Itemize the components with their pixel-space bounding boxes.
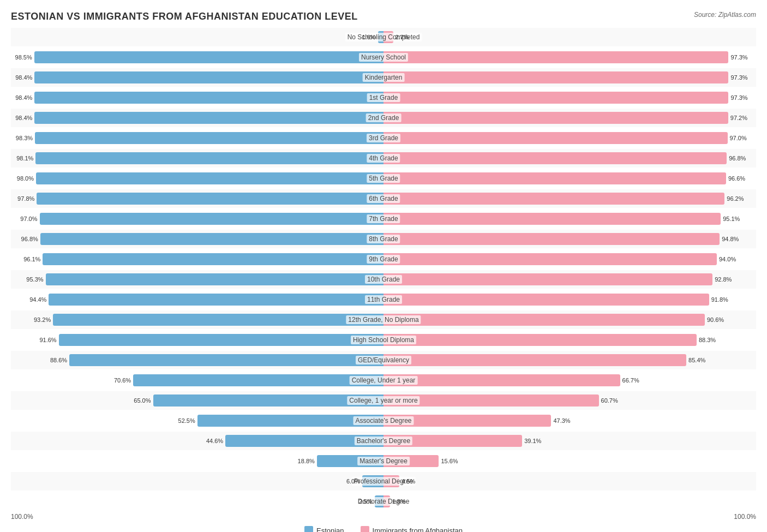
afghan-legend-label: Immigrants from Afghanistan	[373, 527, 463, 533]
chart-row: Professional Degree6.0%4.5%	[11, 472, 756, 491]
afghan-value: 96.6%	[728, 175, 745, 182]
chart-row: GED/Equivalency88.6%85.4%	[11, 351, 756, 369]
estonian-value: 98.5%	[15, 54, 32, 61]
chart-bars: No Schooling Completed1.6%2.7%Nursery Sc…	[11, 28, 756, 511]
chart-row: 3rd Grade98.3%97.0%	[11, 129, 756, 147]
afghan-value: 4.5%	[402, 478, 415, 485]
afghan-bar	[384, 51, 728, 63]
chart-row: 6th Grade97.8%96.2%	[11, 189, 756, 208]
afghan-value: 66.7%	[622, 377, 639, 384]
afghan-bar	[384, 273, 712, 285]
estonian-value: 97.0%	[20, 216, 37, 222]
estonian-bar	[34, 51, 384, 63]
row-label: 8th Grade	[367, 235, 400, 243]
chart-row: Associate's Degree52.5%47.3%	[11, 411, 756, 430]
afghan-color-box	[361, 526, 369, 532]
afghan-value: 92.8%	[715, 276, 732, 283]
row-label: 7th Grade	[367, 214, 400, 223]
chart-area: No Schooling Completed1.6%2.7%Nursery Sc…	[11, 28, 756, 511]
row-label: 11th Grade	[365, 295, 402, 304]
afghan-value: 94.0%	[719, 256, 736, 262]
afghan-bar	[384, 354, 686, 366]
afghan-bar	[384, 152, 727, 164]
chart-footer: 100.0% 100.0%	[11, 513, 756, 521]
estonian-value: 98.4%	[15, 115, 32, 121]
afghan-bar	[384, 314, 705, 326]
row-label: 9th Grade	[367, 255, 400, 264]
afghan-value: 94.8%	[722, 236, 739, 242]
afghan-bar	[384, 112, 728, 124]
row-label: No Schooling Completed	[345, 33, 422, 41]
estonian-value: 91.6%	[39, 337, 56, 343]
row-label: 12th Grade, No Diploma	[346, 315, 421, 324]
footer-left: 100.0%	[11, 513, 33, 521]
estonian-value: 52.5%	[178, 417, 195, 424]
estonian-value: 88.6%	[50, 357, 67, 363]
row-label: College, Under 1 year	[350, 376, 418, 385]
estonian-bar	[35, 132, 384, 144]
estonian-bar	[59, 334, 384, 346]
estonian-value: 98.0%	[17, 175, 34, 182]
afghan-value: 60.7%	[601, 397, 618, 404]
estonian-bar	[40, 213, 384, 225]
row-label: Bachelor's Degree	[355, 437, 412, 445]
chart-row: 9th Grade96.1%94.0%	[11, 250, 756, 268]
legend-estonian: Estonian	[304, 526, 344, 532]
afghan-value: 97.3%	[730, 94, 747, 101]
estonian-value: 70.6%	[114, 377, 131, 384]
afghan-value: 85.4%	[688, 357, 705, 363]
afghan-bar	[384, 233, 720, 245]
row-label: Kindergarten	[363, 73, 405, 82]
afghan-value: 96.8%	[729, 155, 746, 162]
chart-row: 7th Grade97.0%95.1%	[11, 210, 756, 228]
row-label: High School Diploma	[351, 336, 416, 344]
estonian-value: 95.3%	[26, 276, 43, 283]
estonian-bar	[40, 233, 384, 245]
estonian-value: 2.5%	[359, 498, 373, 505]
row-label: 6th Grade	[367, 194, 400, 203]
row-label: 5th Grade	[367, 174, 400, 183]
row-label: 10th Grade	[365, 275, 402, 284]
estonian-bar	[46, 273, 384, 285]
estonian-value: 97.8%	[17, 195, 34, 202]
estonian-value: 44.6%	[206, 438, 223, 444]
chart-row: No Schooling Completed1.6%2.7%	[11, 28, 756, 46]
chart-row: 2nd Grade98.4%97.2%	[11, 109, 756, 127]
afghan-bar	[384, 193, 724, 205]
afghan-value: 97.3%	[730, 74, 747, 81]
afghan-value: 15.6%	[441, 458, 458, 464]
chart-row: Nursery School98.5%97.3%	[11, 48, 756, 67]
row-label: 3rd Grade	[367, 134, 400, 142]
source-label: Source: ZipAtlas.com	[694, 11, 756, 19]
afghan-bar	[384, 172, 726, 184]
chart-row: 8th Grade96.8%94.8%	[11, 230, 756, 248]
estonian-bar	[36, 172, 384, 184]
afghan-value: 90.6%	[707, 316, 724, 323]
afghan-bar	[384, 132, 728, 144]
estonian-value: 98.3%	[16, 135, 33, 141]
estonian-color-box	[304, 526, 313, 532]
afghan-bar	[384, 253, 717, 265]
row-label: Associate's Degree	[353, 416, 414, 425]
afghan-bar	[384, 71, 728, 83]
afghan-value: 1.8%	[392, 498, 406, 505]
chart-row: 1st Grade98.4%97.3%	[11, 88, 756, 107]
chart-row: Kindergarten98.4%97.3%	[11, 68, 756, 87]
estonian-value: 98.1%	[16, 155, 33, 162]
afghan-bar	[384, 213, 721, 225]
footer-right: 100.0%	[734, 513, 756, 521]
row-label: 2nd Grade	[366, 113, 402, 122]
estonian-value: 94.4%	[29, 296, 46, 303]
afghan-value: 2.7%	[396, 34, 409, 40]
estonian-bar	[37, 193, 384, 205]
row-label: 1st Grade	[367, 93, 400, 102]
row-label: College, 1 year or more	[347, 396, 420, 405]
chart-row: 4th Grade98.1%96.8%	[11, 149, 756, 168]
estonian-value: 1.6%	[362, 34, 376, 40]
estonian-value: 98.4%	[15, 74, 32, 81]
afghan-value: 97.2%	[730, 115, 747, 121]
chart-row: 12th Grade, No Diploma93.2%90.6%	[11, 310, 756, 329]
row-label: Master's Degree	[357, 457, 410, 465]
chart-container: ESTONIAN VS IMMIGRANTS FROM AFGHANISTAN …	[11, 11, 756, 532]
estonian-value: 6.0%	[346, 478, 360, 485]
